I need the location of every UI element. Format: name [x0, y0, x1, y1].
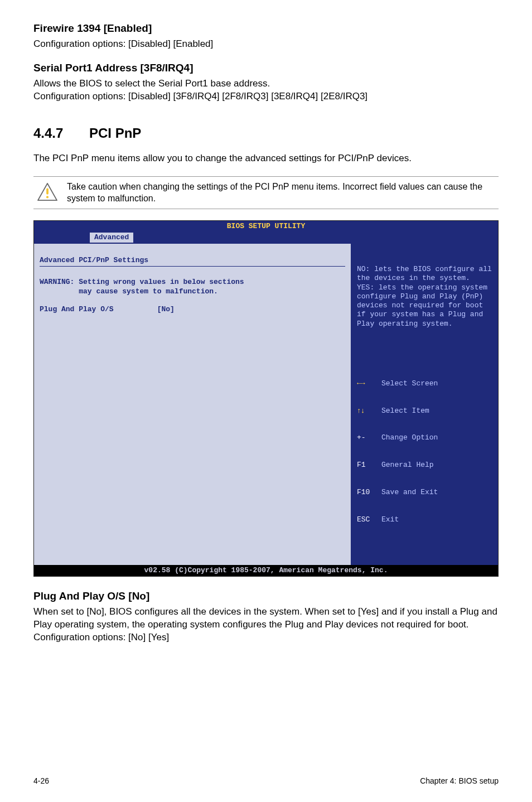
- legend-exit-label: Exit: [381, 515, 494, 524]
- legend-general-help: F1 General Help: [357, 461, 494, 470]
- bios-setting-label: Plug And Play O/S: [40, 305, 114, 313]
- bios-tab-advanced[interactable]: Advanced: [90, 233, 133, 243]
- svg-rect-1: [46, 188, 49, 194]
- bios-warning-line1: WARNING: Setting wrong values in below s…: [40, 278, 244, 286]
- pcipnp-intro: The PCI PnP menu items allow you to chan…: [33, 152, 499, 165]
- legend-save-exit-label: Save and Exit: [381, 488, 494, 497]
- bios-help-text: NO: lets the BIOS configure all the devi…: [357, 265, 494, 328]
- legend-exit-key: ESC: [357, 515, 381, 524]
- chapter-label: Chapter 4: BIOS setup: [420, 776, 499, 785]
- pcipnp-number: 4.4.7: [33, 125, 89, 141]
- bios-setting-value: [No]: [157, 305, 175, 313]
- bios-right-pane: NO: lets the BIOS configure all the devi…: [351, 244, 498, 565]
- svg-point-2: [46, 196, 49, 198]
- bios-left-pane: Advanced PCI/PnP Settings WARNING: Setti…: [34, 244, 351, 565]
- pcipnp-heading: 4.4.7PCI PnP: [33, 125, 499, 141]
- caution-text: Take caution when changing the settings …: [61, 181, 499, 205]
- legend-select-screen-label: Select Screen: [381, 379, 494, 388]
- bios-panel: BIOS SETUP UTILITY Advanced Advanced PCI…: [33, 220, 499, 577]
- bios-panel-title: Advanced PCI/PnP Settings: [40, 256, 345, 267]
- plugplay-heading: Plug And Play O/S [No]: [33, 590, 499, 602]
- bios-tab-row: Advanced: [34, 233, 498, 244]
- bios-footer: v02.58 (C)Copyright 1985-2007, American …: [34, 565, 498, 576]
- bios-legend: ←→ Select Screen ↑↓ Select Item +- Chang…: [357, 361, 494, 542]
- legend-change-option-label: Change Option: [381, 433, 494, 442]
- legend-exit: ESC Exit: [357, 515, 494, 524]
- firewire-heading: Firewire 1394 [Enabled]: [33, 22, 499, 35]
- legend-select-screen: ←→ Select Screen: [357, 379, 494, 388]
- legend-general-help-label: General Help: [381, 461, 494, 470]
- caution-icon: [33, 181, 61, 201]
- serial-heading: Serial Port1 Address [3F8/IRQ4]: [33, 62, 499, 74]
- serial-text: Allows the BIOS to select the Serial Por…: [33, 78, 499, 103]
- legend-save-exit: F10 Save and Exit: [357, 488, 494, 497]
- caution-block: Take caution when changing the settings …: [33, 176, 499, 210]
- legend-save-exit-key: F10: [357, 488, 381, 497]
- page-footer: 4-26 Chapter 4: BIOS setup: [33, 776, 499, 785]
- legend-select-item-label: Select Item: [381, 407, 494, 416]
- legend-change-option-key: +-: [357, 433, 381, 442]
- firewire-text: Configuration options: [Disabled] [Enabl…: [33, 38, 499, 51]
- legend-select-item: ↑↓ Select Item: [357, 407, 494, 416]
- arrow-up-down-icon: ↑↓: [357, 407, 365, 415]
- page-number: 4-26: [33, 776, 49, 785]
- pcipnp-title: PCI PnP: [89, 125, 141, 141]
- bios-title: BIOS SETUP UTILITY: [34, 221, 498, 232]
- bios-setting-row[interactable]: Plug And Play O/S [No]: [40, 305, 175, 313]
- arrow-left-right-icon: ←→: [357, 379, 365, 388]
- plugplay-text: When set to [No], BIOS configures all th…: [33, 606, 499, 644]
- legend-change-option: +- Change Option: [357, 433, 494, 442]
- bios-warning-line2: may cause system to malfunction.: [40, 287, 218, 296]
- legend-general-help-key: F1: [357, 461, 381, 470]
